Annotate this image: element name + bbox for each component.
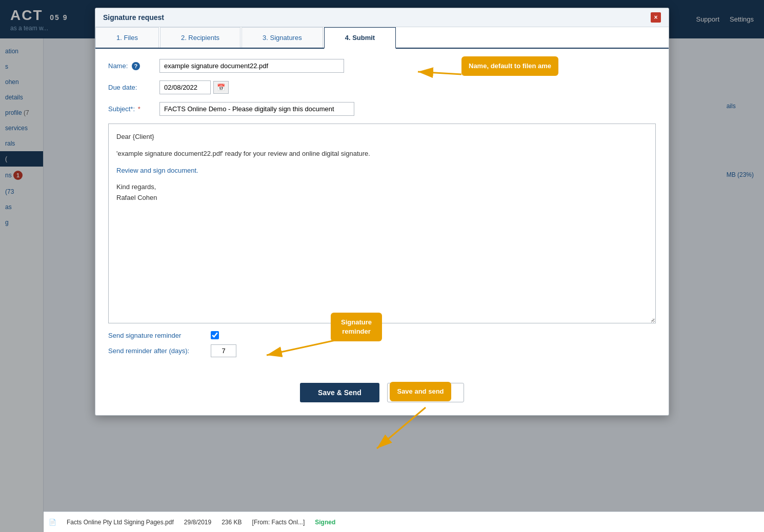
email-sender: Rafael Cohen [116,193,648,203]
name-input[interactable] [159,59,344,73]
name-help-icon[interactable]: ? [132,62,140,70]
send-reminder-checkbox[interactable] [211,331,219,339]
bottom-bar: 📄 Facts Online Pty Ltd Signing Pages.pdf… [44,511,764,532]
bottom-file-size: 236 KB [222,519,242,526]
reminder-days-label: Send reminder after (days): [108,347,211,355]
subject-row: Subject*: [108,102,656,116]
modal-header: Signature request × [95,8,669,27]
email-closing: Kind regards, [116,182,648,193]
modal-tabs: 1. Files 2. Recipients 3. Signatures 4. … [95,27,669,49]
name-label: Name: ? [108,62,159,70]
review-sign-link[interactable]: Review and sign document. [116,167,198,174]
tab-recipients[interactable]: 2. Recipients [160,27,240,48]
name-annotation: Name, default to filen ame [461,56,558,76]
email-body-container[interactable]: Dear {Client} 'example signature documen… [108,124,656,323]
due-date-input[interactable] [159,80,211,94]
reminder-days-input[interactable] [211,344,236,357]
email-greeting: Dear {Client} [116,132,648,142]
save-annotation: Save and send [390,382,451,401]
due-date-label: Due date: [108,84,159,91]
bottom-file-status: Signed [315,519,335,526]
modal-body: Name: ? Due date: 📅 Subject*: [95,49,669,373]
signature-request-modal: Signature request × 1. Files 2. Recipien… [95,8,669,416]
modal-close-button[interactable]: × [651,12,661,23]
tab-submit[interactable]: 4. Submit [324,27,396,49]
modal-overlay: Signature request × 1. Files 2. Recipien… [0,0,764,532]
resize-handle[interactable]: ⌟ [651,314,654,322]
due-date-row: Due date: 📅 [108,80,656,94]
reminder-annotation: Signature reminder [331,313,382,341]
subject-label: Subject*: [108,105,159,113]
bottom-file-name: Facts Online Pty Ltd Signing Pages.pdf [67,519,174,526]
bottom-file-from: [From: Facts Onl...] [252,519,305,526]
email-body-line: 'example signature document22.pdf' ready… [116,149,648,159]
bottom-file-date: 29/8/2019 [184,519,211,526]
calendar-icon[interactable]: 📅 [213,81,229,94]
tab-signatures[interactable]: 3. Signatures [242,27,323,48]
save-send-button[interactable]: Save & Send [300,383,379,402]
send-reminder-row: Send signature reminder [108,331,656,339]
send-reminder-label: Send signature reminder [108,332,211,339]
subject-input[interactable] [159,102,354,116]
modal-title: Signature request [103,13,164,22]
name-row: Name: ? [108,59,656,73]
modal-footer: Save & Send Save (no email) [95,373,669,415]
email-body-text: Dear {Client} 'example signature documen… [116,132,648,203]
tab-files[interactable]: 1. Files [95,27,159,48]
bottom-file-icon: 📄 [49,519,56,526]
reminder-days-row: Send reminder after (days): [108,344,656,357]
